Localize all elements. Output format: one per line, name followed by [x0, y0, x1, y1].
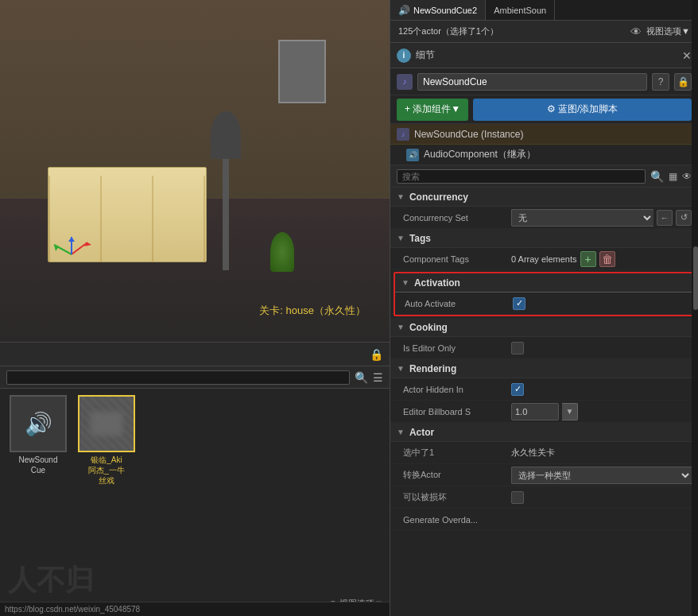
prop-row-can-be-damaged: 可以被损坏 — [390, 486, 698, 509]
cooking-title: Cooking — [409, 322, 448, 333]
actor-hidden-label: Actor Hidden In — [403, 385, 506, 394]
details-info-icon: i — [397, 48, 411, 63]
section-activation: ▼ Activation Auto Activate ✓ — [394, 272, 695, 316]
view-option-label[interactable]: 视图选项▼ — [646, 25, 690, 37]
editor-only-checkbox[interactable] — [511, 342, 524, 354]
component-audio-icon: 🔊 — [406, 149, 419, 161]
section-header-actor[interactable]: ▼ Actor — [390, 423, 698, 442]
convert-actor-select-wrap: 选择一种类型 — [511, 467, 692, 484]
can-be-damaged-checkbox[interactable] — [511, 491, 524, 504]
concurrency-arrow-icon: ▼ — [397, 192, 405, 201]
tab-ambientsound[interactable]: AmbientSoun — [486, 0, 555, 20]
properties-search-input[interactable] — [397, 169, 646, 184]
actor-bar-right: 👁 视图选项▼ — [630, 25, 690, 38]
component-instance-item[interactable]: ♪ NewSoundCue (Instance) — [390, 124, 698, 145]
component-inherited-label: AudioComponent（继承） — [424, 148, 536, 161]
search-icon[interactable]: 🔍 — [650, 170, 664, 183]
prop-row-concurrency-set: Concurrency Set 无 ← ↺ — [390, 207, 698, 229]
can-be-damaged-label: 可以被损坏 — [403, 491, 506, 503]
name-sound-icon: ♪ — [397, 74, 413, 90]
right-panel: 🔊 NewSoundCue2 AmbientSoun 125个actor（选择了… — [390, 0, 698, 616]
section-header-tags[interactable]: ▼ Tags — [390, 229, 698, 248]
asset-grid: 🔊 NewSoundCue 银临_Aki阿杰_一牛丝戏 — [0, 389, 390, 492]
actor-eye-icon[interactable]: 👁 — [630, 25, 642, 38]
properties-eye-icon[interactable]: 👁 — [682, 171, 692, 182]
tab-newsoundcue2[interactable]: 🔊 NewSoundCue2 — [390, 0, 486, 20]
asset-thumbnail-music — [78, 395, 135, 452]
editor-only-value — [511, 342, 692, 354]
component-tags-text: 0 Array elements — [511, 254, 577, 264]
activation-title: Activation — [414, 277, 460, 289]
auto-activate-label: Auto Activate — [405, 299, 508, 308]
asset-item-soundcue[interactable]: 🔊 NewSoundCue — [6, 395, 70, 475]
search-row: 🔍 ▦ 👁 — [390, 165, 698, 188]
section-header-concurrency[interactable]: ▼ Concurrency — [390, 188, 698, 207]
svg-marker-3 — [54, 245, 59, 251]
selected-level-text: 永久性关卡 — [511, 447, 555, 459]
properties-area[interactable]: ▼ Concurrency Concurrency Set 无 ← ↺ ▼ Ta… — [390, 188, 698, 616]
concurrency-title: Concurrency — [409, 192, 468, 203]
name-question-button[interactable]: ? — [652, 73, 669, 91]
bottom-search-input[interactable] — [6, 370, 350, 385]
component-instance-label: NewSoundCue (Instance) — [414, 129, 523, 140]
details-title: 细节 — [416, 48, 682, 62]
cooking-arrow-icon: ▼ — [397, 323, 405, 331]
wall-decoration — [278, 40, 326, 103]
component-tags-add-button[interactable]: + — [580, 251, 596, 267]
concurrency-arrow-left-button[interactable]: ← — [657, 210, 673, 226]
name-lock-button[interactable]: 🔒 — [674, 73, 692, 91]
prop-row-billboard: Editor Billboard S ▼ — [390, 401, 698, 423]
bottom-toolbar: 🔒 — [0, 343, 390, 366]
bottom-search-icon[interactable]: 🔍 — [355, 371, 368, 384]
bottom-list-icon[interactable]: ☰ — [373, 371, 383, 384]
asset-item-music[interactable]: 银临_Aki阿杰_一牛丝戏 — [75, 395, 138, 486]
section-header-activation[interactable]: ▼ Activation — [395, 273, 693, 293]
name-input[interactable] — [417, 73, 647, 91]
scrollbar-thumb[interactable] — [693, 246, 698, 310]
section-header-rendering[interactable]: ▼ Rendering — [390, 359, 698, 378]
actor-hidden-checkbox[interactable]: ✓ — [511, 383, 524, 396]
concurrency-set-value: 无 ← ↺ — [511, 209, 692, 227]
axis-arrows — [48, 231, 95, 278]
component-tags-delete-button[interactable]: 🗑 — [599, 251, 615, 267]
grid-icon[interactable]: ▦ — [669, 171, 677, 182]
tab-label-ambientsound: AmbientSoun — [494, 6, 546, 15]
scene-label-text: 关卡: — [259, 304, 285, 316]
activation-arrow-icon: ▼ — [401, 278, 409, 287]
billboard-value: ▼ — [511, 403, 692, 420]
rendering-arrow-icon: ▼ — [397, 364, 405, 373]
add-component-button[interactable]: + 添加组件▼ — [397, 99, 468, 121]
bottom-search-bar: 🔍 ☰ — [0, 366, 390, 389]
prop-row-component-tags: Component Tags 0 Array elements + 🗑 — [390, 248, 698, 270]
component-inherited-item[interactable]: 🔊 AudioComponent（继承） — [390, 145, 698, 165]
tags-title: Tags — [409, 233, 431, 244]
blueprint-button[interactable]: ⚙ 蓝图/添加脚本 — [473, 99, 692, 121]
editor-only-label: Is Editor Only — [403, 343, 506, 353]
concurrency-refresh-button[interactable]: ↺ — [676, 210, 692, 226]
prop-row-actor-hidden: Actor Hidden In ✓ — [390, 378, 698, 401]
convert-actor-select[interactable]: 选择一种类型 — [511, 467, 692, 484]
details-close-button[interactable]: ✕ — [682, 49, 692, 62]
prop-row-auto-activate: Auto Activate ✓ — [395, 293, 693, 315]
right-scrollbar[interactable] — [692, 0, 698, 616]
big-text: 人不归 — [8, 561, 94, 600]
scene-level-name: house（永久性） — [286, 304, 366, 316]
convert-actor-value: 选择一种类型 — [511, 467, 692, 484]
actor-title: Actor — [409, 427, 434, 438]
billboard-input[interactable] — [511, 403, 559, 420]
tab-label-newsoundcue2: NewSoundCue2 — [413, 6, 477, 15]
scene-label: 关卡: house（永久性） — [259, 304, 366, 318]
asset-thumbnail-soundcue: 🔊 — [10, 395, 67, 452]
action-row: + 添加组件▼ ⚙ 蓝图/添加脚本 — [390, 95, 698, 124]
billboard-dropdown-arrow-icon[interactable]: ▼ — [562, 403, 578, 420]
url-bar: https://blog.csdn.net/weixin_45048578 — [0, 602, 390, 616]
auto-activate-checkbox[interactable]: ✓ — [513, 297, 525, 310]
url-text: https://blog.csdn.net/weixin_45048578 — [5, 605, 140, 614]
section-header-cooking[interactable]: ▼ Cooking — [390, 318, 698, 337]
left-panel: 关卡: house（永久性） 🔒 🔍 ☰ 🔊 NewSoundCue — [0, 0, 390, 616]
selected-level-label: 选中了1 — [403, 447, 506, 459]
billboard-label: Editor Billboard S — [403, 407, 506, 416]
lock-icon[interactable]: 🔒 — [370, 348, 383, 361]
concurrency-set-select[interactable]: 无 — [511, 209, 653, 227]
prop-row-editor-only: Is Editor Only — [390, 337, 698, 359]
